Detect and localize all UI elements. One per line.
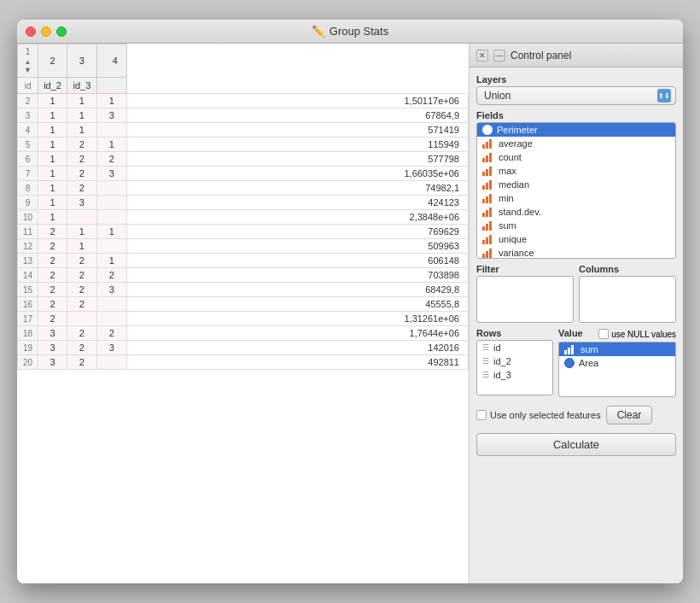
chart-icon [482, 220, 494, 231]
close-button[interactable] [26, 26, 36, 37]
cell-value: 703898 [126, 268, 468, 283]
chart-icon [564, 344, 576, 354]
cell-id: 1 [38, 123, 67, 138]
cell-id: 1 [38, 181, 67, 196]
value-item[interactable]: sum [559, 342, 675, 356]
cell-id2: 2 [67, 355, 96, 370]
col-header-2[interactable]: 3 [67, 44, 96, 78]
cell-id2: 2 [67, 181, 96, 196]
filter-box[interactable] [476, 276, 574, 323]
cell-id: 2 [38, 268, 67, 283]
rows-item-label: id_2 [493, 356, 511, 366]
cell-id3: 3 [96, 167, 126, 181]
cell-id2: 2 [67, 254, 96, 268]
col-header-1[interactable]: 2 [38, 44, 67, 78]
cell-id2: 1 [67, 123, 96, 138]
cell-id2: 2 [67, 283, 96, 297]
row-num-header: 1 ▲ ▼ [18, 44, 38, 78]
field-name: max [499, 166, 516, 176]
cell-id2: 1 [67, 108, 96, 123]
field-name: median [499, 179, 529, 190]
cell-value: 115949 [126, 138, 468, 152]
cell-id: 1 [38, 108, 67, 123]
cell-id3 [96, 239, 126, 254]
rows-col: Rows ☰id☰id_2☰id_3 [476, 328, 553, 397]
value-label: Value [558, 328, 583, 338]
use-selected-checkbox[interactable] [476, 410, 487, 420]
cell-value: 1,31261e+06 [126, 312, 468, 326]
filter-columns-section: Filter Columns [476, 264, 676, 323]
minimize-button[interactable] [41, 26, 51, 37]
row-number: 17 [18, 312, 38, 326]
cp-minimize-button[interactable]: — [493, 50, 505, 61]
field-item[interactable]: Perimeter [477, 123, 675, 137]
cell-value: 571419 [126, 123, 468, 138]
field-item[interactable]: median [477, 178, 675, 191]
fields-list[interactable]: Perimeter average count max median min s… [476, 122, 676, 259]
cell-value: 769629 [126, 225, 468, 239]
cell-id3: 3 [96, 283, 126, 297]
cell-id: 2 [38, 239, 67, 254]
maximize-button[interactable] [56, 26, 67, 37]
layer-dropdown[interactable]: Union [476, 86, 676, 105]
row-number: 14 [18, 268, 38, 283]
rows-icon: ☰ [482, 343, 489, 352]
table-row: 19 3 2 3 142016 [18, 341, 469, 355]
cell-id: 3 [38, 355, 67, 370]
cell-id3: 1 [96, 225, 126, 239]
table-row: 7 1 2 3 1,66035e+06 [18, 167, 469, 181]
row-number: 4 [18, 123, 38, 138]
column-headers: 1 ▲ ▼ 2 3 4 [18, 44, 469, 78]
columns-box[interactable] [579, 276, 676, 323]
cell-value: 2,3848e+06 [126, 210, 468, 225]
value-item[interactable]: Area [559, 356, 675, 370]
main-content: 1 ▲ ▼ 2 3 4 id id_2 id_3 [17, 44, 683, 583]
cell-id2: 1 [67, 94, 96, 108]
field-item[interactable]: stand.dev. [477, 205, 675, 219]
chart-icon [482, 207, 494, 217]
cell-value: 68429,8 [126, 283, 468, 297]
col-sub-id2: id_2 [38, 78, 67, 94]
rows-item[interactable]: ☰id_3 [477, 368, 552, 382]
calculate-button[interactable]: Calculate [476, 433, 676, 456]
row-number: 13 [18, 254, 38, 268]
row-number: 5 [18, 138, 38, 152]
columns-section: Columns [579, 264, 676, 323]
clear-button[interactable]: Clear [606, 406, 653, 424]
cell-id2: 2 [67, 167, 96, 181]
table-row: 16 2 2 45555,8 [18, 297, 469, 312]
field-item[interactable]: count [477, 150, 675, 164]
cell-value: 45555,8 [126, 297, 468, 312]
value-list[interactable]: sumArea [558, 342, 676, 397]
cp-close-button[interactable]: ✕ [476, 50, 488, 61]
field-name: unique [499, 234, 527, 244]
field-item[interactable]: unique [477, 232, 675, 246]
row-number: 3 [18, 108, 38, 123]
field-item[interactable]: variance [477, 246, 675, 259]
cell-id3 [96, 123, 126, 138]
rows-list[interactable]: ☰id☰id_2☰id_3 [476, 340, 553, 395]
chart-icon [482, 248, 494, 258]
cell-value: 1,7644e+06 [126, 326, 468, 341]
table-row: 10 1 2,3848e+06 [18, 210, 469, 225]
cell-value: 424123 [126, 196, 468, 210]
rows-item[interactable]: ☰id_2 [477, 354, 552, 368]
field-name: count [499, 152, 522, 162]
table-row: 9 1 3 424123 [18, 196, 469, 210]
table-scroll[interactable]: 1 ▲ ▼ 2 3 4 id id_2 id_3 [17, 44, 469, 583]
null-checkbox[interactable] [598, 329, 609, 339]
field-item[interactable]: max [477, 164, 675, 178]
rows-item[interactable]: ☰id [477, 341, 552, 354]
field-item[interactable]: min [477, 191, 675, 205]
globe-icon [482, 125, 493, 135]
col-header-3[interactable]: 4 [96, 44, 126, 78]
cell-value: 509963 [126, 239, 468, 254]
row-number: 6 [18, 152, 38, 167]
cell-id: 3 [38, 326, 67, 341]
rows-value-section: Rows ☰id☰id_2☰id_3 Value use NULL values [476, 328, 676, 397]
field-item[interactable]: average [477, 137, 675, 150]
cell-id3 [96, 196, 126, 210]
field-item[interactable]: sum [477, 219, 675, 232]
use-selected-label[interactable]: Use only selected features [476, 410, 601, 420]
layers-section: Layers Union ⬆⬇ [476, 74, 676, 105]
